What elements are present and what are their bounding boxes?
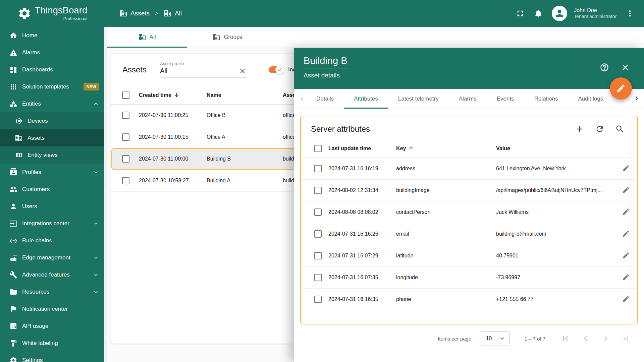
sidebar-item-solution-templates[interactable]: Solution templates NEW: [0, 78, 104, 95]
sidebar-item-white-labeling[interactable]: White labeling: [0, 335, 104, 352]
sidebar-item-entity-views[interactable]: Entity views: [0, 146, 104, 164]
sidebar-item-alarms[interactable]: Alarms: [0, 44, 104, 61]
tab-audit-logs[interactable]: Audit logs: [568, 89, 613, 109]
column-key[interactable]: Key: [396, 145, 406, 152]
column-name[interactable]: Name: [207, 92, 283, 98]
tab-latest-telemetry[interactable]: Latest telemetry: [388, 89, 449, 109]
panel-header: Building B Asset details: [294, 48, 644, 89]
attribute-row[interactable]: 2024-08-08 08:08:02 contactPerson Jack W…: [301, 201, 637, 223]
breadcrumb-all[interactable]: All: [164, 9, 182, 17]
sidebar-item-rule-chains[interactable]: Rule chains: [0, 232, 104, 249]
tab-relations[interactable]: Relations: [524, 89, 568, 109]
row-checkbox[interactable]: [314, 187, 322, 194]
breadcrumb: Assets > All: [119, 9, 182, 17]
assets-icon: [138, 33, 146, 41]
edit-attribute-button[interactable]: [621, 228, 631, 240]
column-created-time[interactable]: Created time: [139, 92, 171, 98]
tabs-scroll-left-icon[interactable]: [298, 95, 306, 103]
sidebar-item-settings[interactable]: Settings: [0, 352, 104, 362]
close-icon[interactable]: [621, 63, 630, 72]
attribute-row[interactable]: 2024-07-31 16:07:29 latitude 40.75901: [301, 245, 637, 267]
notifications-icon[interactable]: [534, 9, 543, 18]
row-checkbox[interactable]: [122, 133, 129, 141]
breadcrumb-assets[interactable]: Assets: [119, 9, 150, 17]
user-name: John Doe: [574, 7, 616, 14]
sidebar-scrollbar[interactable]: [104, 27, 107, 362]
attribute-row[interactable]: 2024-08-02 12:31:34 buildingImage /api/i…: [301, 180, 637, 201]
refresh-icon[interactable]: [595, 124, 604, 134]
sidebar-item-users[interactable]: Users: [0, 198, 104, 215]
more-vert-icon[interactable]: [625, 9, 635, 18]
row-checkbox[interactable]: [122, 112, 129, 119]
avatar[interactable]: [552, 6, 567, 21]
sidebar-item-assets[interactable]: Assets: [0, 129, 104, 146]
thingsboard-logo[interactable]: ThingsBoard Professional: [0, 6, 104, 21]
tab-alarms[interactable]: Alarms: [449, 89, 487, 109]
help-icon[interactable]: [600, 63, 609, 72]
sidebar-item-integrations-center[interactable]: Integrations center: [0, 215, 104, 232]
sidebar-item-resources[interactable]: Resources: [0, 283, 104, 300]
edit-attribute-button[interactable]: [621, 272, 631, 284]
folder-icon: [9, 288, 17, 296]
sidebar-item-profiles[interactable]: Profiles: [0, 164, 104, 181]
row-checkbox[interactable]: [314, 252, 322, 259]
column-last-update-time[interactable]: Last update time: [328, 145, 396, 152]
row-checkbox[interactable]: [314, 296, 322, 303]
previous-page-icon[interactable]: [581, 334, 590, 343]
row-checkbox[interactable]: [314, 274, 322, 281]
attribute-row[interactable]: 2024-07-31 16:07:35 longitude -73.96997: [301, 267, 637, 289]
tab-groups[interactable]: Groups: [187, 27, 268, 48]
sidebar-item-api-usage[interactable]: API usage: [0, 317, 104, 335]
items-per-page-select[interactable]: 10: [480, 331, 509, 346]
attribute-row[interactable]: 2024-07-31 16:16:19 address 641 Lexingto…: [301, 158, 637, 180]
edit-attribute-button[interactable]: [621, 294, 631, 305]
apps-icon: [9, 83, 17, 91]
edit-fab[interactable]: [610, 77, 632, 100]
row-checkbox[interactable]: [122, 155, 129, 163]
sidebar-item-home[interactable]: Home: [0, 27, 104, 44]
sidebar-item-dashboards[interactable]: Dashboards: [0, 61, 104, 78]
edit-attribute-button[interactable]: [621, 185, 631, 196]
row-checkbox[interactable]: [314, 230, 322, 238]
sidebar-item-advanced-features[interactable]: Advanced features: [0, 266, 104, 283]
select-all-checkbox[interactable]: [314, 145, 322, 152]
edit-attribute-button[interactable]: [621, 206, 631, 218]
asset-profile-filter[interactable]: Asset profile All: [160, 61, 247, 77]
edit-attribute-button[interactable]: [621, 250, 631, 262]
row-checkbox[interactable]: [314, 165, 322, 172]
chevron-down-icon: [93, 289, 99, 295]
sidebar-item-entities[interactable]: Entities: [0, 95, 104, 112]
row-checkbox[interactable]: [314, 208, 322, 216]
first-page-icon[interactable]: [561, 334, 570, 343]
asset-profile-filter-value: All: [160, 67, 167, 75]
select-all-checkbox[interactable]: [122, 92, 129, 99]
clear-filter-icon[interactable]: [238, 67, 247, 75]
tab-all[interactable]: All: [107, 27, 187, 48]
tab-details[interactable]: Details: [306, 89, 344, 109]
column-value[interactable]: Value: [496, 145, 612, 152]
sidebar-item-edge-management[interactable]: Edge management: [0, 249, 104, 266]
panel-subtitle: Asset details: [304, 72, 635, 79]
attribute-row[interactable]: 2024-07-31 16:16:35 phone +121 555 66 77: [301, 289, 637, 310]
sidebar-item-notification-center[interactable]: Notification center: [0, 300, 104, 317]
asset-details-panel: Building B Asset details Details Attribu…: [294, 48, 644, 362]
search-icon[interactable]: [615, 124, 625, 134]
chevron-down-icon: [93, 220, 99, 227]
fullscreen-icon[interactable]: [516, 9, 525, 18]
row-checkbox[interactable]: [122, 177, 129, 184]
last-page-icon[interactable]: [621, 334, 631, 343]
entity-group-tabs: All Groups: [107, 27, 644, 48]
tabs-scroll-right-icon[interactable]: [633, 94, 641, 102]
sidebar-item-customers[interactable]: Customers: [0, 181, 104, 198]
add-attribute-icon[interactable]: [575, 124, 584, 134]
next-page-icon[interactable]: [601, 334, 610, 343]
thingsboard-logo-icon: [17, 6, 32, 20]
tab-events[interactable]: Events: [487, 89, 524, 109]
attribute-row[interactable]: 2024-07-31 16:16:26 email building-b@mai…: [301, 223, 637, 245]
edit-attribute-button[interactable]: [621, 163, 631, 175]
sidebar-item-devices[interactable]: Devices: [0, 112, 104, 129]
groups-icon: [212, 33, 220, 41]
include-customer-entities-toggle[interactable]: [269, 66, 283, 73]
tab-attributes[interactable]: Attributes: [344, 89, 388, 109]
edit-icon: [622, 273, 630, 281]
